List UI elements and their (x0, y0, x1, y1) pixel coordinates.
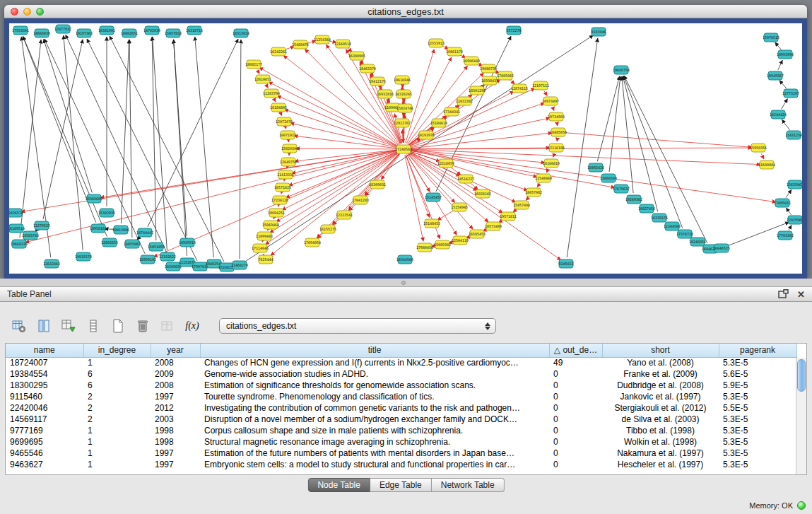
tab-edge-table[interactable]: Edge Table (370, 478, 432, 492)
graph-node[interactable]: 19094251 (268, 209, 285, 217)
graph-node[interactable]: 14516227 (457, 175, 474, 183)
graph-node[interactable]: 19571811 (500, 212, 517, 221)
graph-node[interactable]: 15302935 (98, 209, 115, 217)
graph-node[interactable]: 16571625 (274, 183, 291, 192)
graph-node[interactable]: 16938437 (481, 76, 498, 85)
graph-node[interactable]: 15148453 (423, 219, 440, 228)
table-row[interactable]: 1830029562008Estimation of significance … (6, 380, 796, 391)
graph-node[interactable]: 9245022 (558, 259, 573, 268)
graph-node[interactable]: 15069464 (262, 221, 279, 229)
graph-node[interactable]: 16380905 (348, 52, 365, 60)
graph-node[interactable]: 11600884 (758, 160, 775, 169)
graph-node[interactable]: 16932816 (377, 90, 394, 98)
graph-node[interactable]: 12610651 (254, 75, 271, 83)
graph-node[interactable]: 20360689 (86, 194, 102, 203)
table-row[interactable]: 1872400712008Changes of HCN gene express… (6, 357, 796, 368)
graph-node[interactable]: 8183046 (591, 28, 606, 36)
graph-node[interactable]: 12553913 (428, 39, 445, 47)
graph-node[interactable]: 18958161 (90, 224, 107, 233)
table-row[interactable]: 946554611997Estimation of the future num… (6, 448, 796, 459)
graph-node[interactable]: 18309031 (369, 180, 386, 189)
graph-node[interactable]: 18945967 (767, 71, 784, 80)
graph-node[interactable]: 19915578 (75, 252, 92, 261)
minimize-window-button[interactable] (23, 8, 31, 16)
graph-node[interactable]: 16055061 (124, 240, 141, 248)
graph-node[interactable]: 7625444 (258, 255, 273, 264)
panel-divider[interactable] (0, 279, 812, 286)
graph-node[interactable]: 18492426 (587, 163, 604, 172)
column-header-in_degree[interactable]: in_degree (83, 344, 151, 357)
graph-node[interactable]: 10573489 (485, 222, 502, 230)
graph-node[interactable]: 16585453 (469, 230, 486, 238)
table-row[interactable]: 1938455462009Genome-wide association stu… (6, 368, 796, 380)
tab-node-table[interactable]: Node Table (307, 478, 370, 492)
column-header-year[interactable]: year (151, 344, 200, 357)
graph-node[interactable]: 17885065 (497, 71, 514, 80)
graph-node[interactable]: 17703302 (777, 231, 794, 240)
graph-node[interactable]: 12925969 (787, 216, 802, 224)
graph-node[interactable]: 12802653 (101, 238, 118, 247)
float-panel-icon[interactable] (778, 289, 789, 300)
graph-node[interactable]: 11283794 (263, 89, 280, 98)
graph-node[interactable]: 12197111 (532, 81, 549, 90)
graph-node[interactable]: 14702039 (143, 26, 160, 35)
graph-node[interactable]: 15950356 (750, 144, 767, 152)
graph-node[interactable]: 18057082 (525, 188, 542, 197)
network-canvas[interactable]: 1724056318082177126106511128379418184805… (9, 23, 802, 274)
row-view-button[interactable] (84, 317, 102, 335)
graph-node[interactable]: 15057824 (165, 29, 182, 37)
column-header-name[interactable]: name (6, 344, 83, 357)
graph-node[interactable]: 16344560 (396, 255, 413, 264)
graph-node[interactable]: 19648794 (613, 66, 630, 74)
graph-node[interactable]: 18316713 (186, 26, 203, 35)
graph-node[interactable]: 16189514 (9, 224, 25, 233)
graph-node[interactable]: 18082177 (245, 60, 262, 69)
graph-node[interactable]: 11431234 (785, 131, 802, 139)
graph-node[interactable]: 19197363 (76, 29, 93, 37)
graph-node[interactable]: 19269362 (625, 195, 642, 204)
show-columns-button[interactable] (35, 317, 53, 335)
edit-table-button[interactable] (59, 317, 78, 335)
close-panel-icon[interactable]: ✕ (797, 290, 805, 299)
graph-node[interactable]: 15457404 (513, 201, 530, 209)
graph-node[interactable]: 18313024 (233, 29, 249, 37)
graph-node[interactable]: 18668039 (33, 29, 50, 37)
graph-node[interactable]: 12668349 (600, 174, 617, 182)
graph-node[interactable]: 17554301 (12, 26, 29, 35)
graph-node[interactable]: 11279525 (33, 221, 50, 230)
table-scrollbar-thumb[interactable] (797, 359, 806, 392)
graph-node[interactable]: 12773197 (782, 89, 799, 98)
table-scrollbar[interactable] (796, 358, 806, 474)
graph-node[interactable]: 15824746 (396, 104, 413, 112)
graph-node[interactable]: 17095015 (774, 199, 791, 207)
graph-node[interactable]: 15145457 (425, 193, 442, 201)
graph-node[interactable]: 12874115 (511, 84, 528, 93)
graph-node[interactable]: 15488476 (292, 40, 309, 49)
graph-node[interactable]: 15089302 (434, 240, 451, 249)
table-row[interactable]: 969969511998Structural magnetic resonanc… (6, 436, 796, 448)
graph-node[interactable]: 18184805 (270, 103, 287, 112)
graph-node[interactable]: 15051059 (148, 243, 165, 251)
graph-node[interactable]: 15635061 (787, 180, 802, 189)
graph-node[interactable]: 10827456 (638, 204, 655, 213)
graph-node[interactable]: 17980456 (416, 243, 433, 252)
import-table-button[interactable] (158, 317, 177, 335)
graph-node[interactable]: 15820306 (281, 144, 298, 153)
graph-node[interactable]: 19616846 (394, 76, 411, 84)
column-header-out_degree[interactable]: △ out_de… (549, 344, 602, 357)
window-titlebar[interactable]: citations_edges.txt (4, 5, 807, 18)
graph-node[interactable]: 16239176 (651, 214, 668, 222)
table-settings-button[interactable] (10, 317, 28, 335)
table-row[interactable]: 2242004622012Investigating the contribut… (6, 402, 796, 414)
graph-node[interactable]: 12426570 (9, 209, 23, 217)
column-header-short[interactable]: short (602, 344, 719, 357)
graph-node[interactable]: 12912767 (394, 119, 411, 127)
graph-node[interactable]: 18485059 (550, 128, 567, 136)
graph-node[interactable]: 17679637 (613, 185, 630, 193)
graph-node[interactable]: 11413336 (277, 170, 294, 179)
graph-node[interactable]: 16959102 (139, 255, 156, 264)
graph-node[interactable]: 17694054 (304, 238, 321, 247)
table-row[interactable]: 946362711997Embryonic stem cells: a mode… (6, 459, 796, 470)
graph-node[interactable]: 16381901 (98, 26, 115, 35)
graph-node[interactable]: 10802651 (121, 29, 138, 37)
